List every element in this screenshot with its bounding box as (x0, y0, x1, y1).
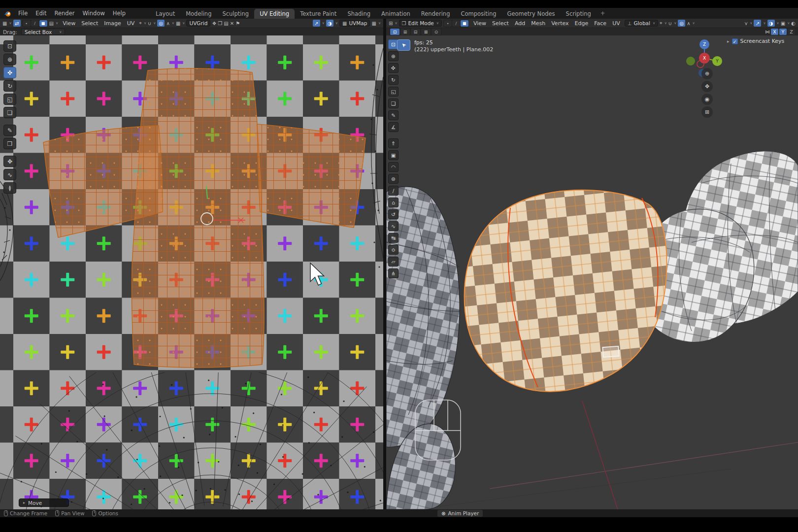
poly-build-tool[interactable]: ⌂ (388, 198, 399, 207)
viewport-menu-edge[interactable]: Edge (572, 20, 592, 27)
viewport-menu-mesh[interactable]: Mesh (528, 20, 548, 27)
operator-panel-move[interactable]: ▸ Move (19, 499, 69, 507)
viewport-canvas[interactable]: Z X Y (386, 35, 798, 509)
loop-cut-tool[interactable]: ⊜ (388, 174, 399, 184)
scale-tool[interactable]: ◱ (388, 87, 399, 97)
uv-overlays-toggle[interactable]: ◑ (326, 20, 333, 27)
viewport-menu-uv[interactable]: UV (609, 20, 623, 27)
editor-type-icon[interactable]: ▦ (2, 21, 7, 26)
move-tool[interactable]: ✜ (388, 63, 399, 73)
menu-edit[interactable]: Edit (32, 9, 50, 17)
mirror-x-toggle[interactable]: X (771, 29, 778, 35)
pan-icon[interactable]: ✥ (701, 81, 713, 92)
mode-dropdown[interactable]: ❒Edit Mode∨ (399, 20, 442, 27)
uv-face-select-mode[interactable]: ■ (39, 20, 47, 27)
bevel-tool[interactable]: ◠ (388, 162, 399, 172)
workspace-tab-layout[interactable]: Layout (150, 9, 180, 19)
shrink-fatten-tool[interactable]: ≎ (388, 245, 399, 255)
viewport-menu-view[interactable]: View (470, 20, 489, 27)
vertex-select-mode[interactable]: ∙ (444, 20, 452, 27)
transform-tool[interactable]: ❏ (3, 107, 16, 118)
uvmap-field[interactable]: ▦UVMap (339, 20, 370, 27)
select-invert-mode[interactable]: ⊠ (421, 29, 431, 35)
snap-magnet-icon[interactable]: ∪ (668, 21, 672, 26)
screencast-keys-checkbox[interactable]: ✓ (732, 38, 738, 44)
uv-sync-selection-toggle[interactable]: ⇄ (13, 20, 21, 27)
workspace-tab-shading[interactable]: Shading (342, 9, 376, 19)
anim-player-chip[interactable]: ⊗ Anim Player (437, 510, 483, 517)
uv-edge-select-mode[interactable]: ∕ (31, 20, 39, 27)
workspace-tab-uv-editing[interactable]: UV Editing (254, 9, 295, 19)
zoom-icon[interactable]: ⊕ (701, 68, 713, 79)
mirror-y-toggle[interactable]: Y (779, 29, 787, 35)
menu-window[interactable]: Window (78, 9, 108, 17)
measure-tool[interactable]: ∡ (388, 122, 399, 132)
transform-tool[interactable]: ❏ (388, 99, 399, 108)
workspace-tab-compositing[interactable]: Compositing (455, 9, 501, 19)
browse-image-icon[interactable]: ▦ (176, 21, 180, 26)
uv-gizmos-toggle[interactable]: ↗ (313, 20, 320, 27)
add-workspace-button[interactable]: + (597, 8, 609, 18)
image-name-field[interactable]: UVGrid (186, 20, 210, 27)
select-box-tool[interactable]: ⊡ (3, 40, 16, 52)
knife-tool[interactable]: ∕ (388, 186, 399, 196)
relax-tool[interactable]: ∿ (3, 169, 16, 180)
camera-view-icon[interactable]: ◉ (701, 94, 713, 105)
snap-magnet-icon[interactable]: ∪ (148, 21, 151, 26)
proportional-editing-toggle[interactable]: ◎ (678, 20, 685, 27)
show-overlays-toggle[interactable]: ◑ (767, 20, 775, 27)
pin-icon[interactable]: ⚑ (235, 21, 240, 26)
select-subtract-mode[interactable]: ⊟ (411, 29, 420, 35)
object-types-filter-icon[interactable]: ⋎ (744, 21, 748, 26)
menu-help[interactable]: Help (109, 9, 130, 17)
cursor-tool[interactable]: ⊕ (3, 54, 16, 65)
image-display-icon[interactable]: ▦ (371, 21, 376, 26)
fake-user-shield-icon[interactable]: ❖ (212, 21, 216, 26)
editor-type-icon[interactable]: ⊞ (389, 21, 393, 26)
viewport-menu-vertex[interactable]: Vertex (548, 20, 571, 27)
scale-tool[interactable]: ◱ (3, 94, 16, 105)
annotate-tool[interactable]: ✎ (3, 125, 16, 136)
pinch-tool[interactable]: ≬ (3, 182, 16, 194)
rotate-tool[interactable]: ↻ (388, 75, 399, 85)
workspace-tab-scripting[interactable]: Scripting (561, 9, 597, 19)
smooth-tool[interactable]: ∿ (388, 221, 399, 231)
pivot-point-icon[interactable]: ⌖ (660, 20, 663, 26)
rip-region-tool[interactable]: ❒ (3, 138, 16, 149)
extrude-region-tool[interactable]: ⇑ (388, 138, 399, 148)
gizmo-neg-y[interactable] (686, 57, 695, 66)
workspace-tab-rendering[interactable]: Rendering (416, 9, 456, 19)
workspace-tab-modeling[interactable]: Modeling (180, 9, 217, 19)
viewport-menu-select[interactable]: Select (489, 20, 512, 27)
face-select-mode[interactable]: ■ (461, 20, 468, 27)
shear-tool[interactable]: ▱ (388, 257, 399, 266)
edge-select-mode[interactable]: ∕ (452, 20, 460, 27)
unlink-image-icon[interactable]: ✕ (230, 21, 234, 26)
viewport-canvas-area[interactable]: Z X Y ⊡⊕✜↻◱❏✎∡⇑▣◠⊜∕⌂↺∿↹≎▱⋔ ➤ fps: 25 (22… (386, 35, 798, 509)
uv-menu-select[interactable]: Select (78, 20, 101, 27)
move-tool[interactable]: ✜ (3, 67, 16, 78)
menu-render[interactable]: Render (51, 9, 79, 17)
drag-mode-dropdown[interactable]: Select Box∨ (21, 29, 65, 35)
expand-chevron-icon[interactable]: ▸ (727, 39, 730, 44)
uv-canvas-area[interactable]: ⊡⊕✜↻◱❏✎❒✥∿≬ (0, 35, 383, 509)
falloff-curve-icon[interactable]: ∧ (166, 21, 169, 26)
rotate-tool[interactable]: ↻ (3, 80, 16, 92)
edge-slide-tool[interactable]: ↹ (388, 233, 399, 243)
select-intersect-mode[interactable]: ⊙ (432, 29, 441, 35)
annotate-tool[interactable]: ✎ (388, 110, 399, 120)
workspace-tab-sculpting[interactable]: Sculpting (217, 9, 254, 19)
uv-menu-image[interactable]: Image (101, 20, 124, 27)
perspective-ortho-icon[interactable]: ⊞ (701, 106, 713, 118)
workspace-tab-geometry-nodes[interactable]: Geometry Nodes (502, 9, 561, 19)
menu-file[interactable]: File (14, 9, 32, 17)
xray-toggle[interactable]: ▣ (781, 21, 785, 26)
new-image-icon[interactable]: ❐ (218, 21, 222, 26)
proportional-editing-toggle[interactable]: ◎ (157, 20, 165, 27)
shading-solid-icon[interactable]: ◐ (791, 21, 796, 26)
mirror-z-toggle[interactable]: Z (788, 29, 795, 35)
uv-vertex-select-mode[interactable]: ∙ (23, 20, 31, 27)
spin-tool[interactable]: ↺ (388, 209, 399, 219)
select-extend-mode[interactable]: ⊞ (400, 29, 410, 35)
select-set-mode[interactable]: ⊡ (390, 29, 399, 35)
